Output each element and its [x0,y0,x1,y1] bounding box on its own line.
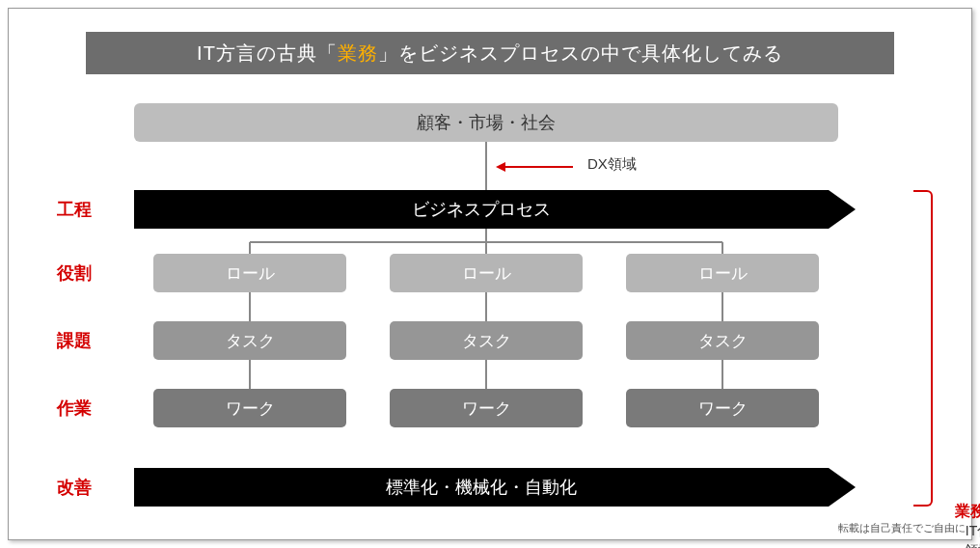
row-label-role: 役割 [57,261,115,285]
role-cell: ロール [153,254,346,292]
svg-marker-13 [496,162,505,172]
work-cell: ワーク [390,389,583,427]
top-box-customer: 顧客・市場・社会 [134,103,838,142]
bracket: 業務？ IT化 領域 [913,190,933,507]
bracket-sub2: 領域 [944,541,980,548]
row-label-task: 課題 [57,329,115,352]
process-arrow: ビジネスプロセス [134,190,856,229]
top-box-text: 顧客・市場・社会 [417,111,556,134]
task-cell: タスク [390,321,583,360]
dx-label: DX領域 [587,155,637,174]
improve-text: 標準化・機械化・自動化 [134,468,829,507]
arrow-left-icon [496,161,573,173]
task-cell: タスク [626,321,819,360]
diagram-frame: IT方言の古典「業務」をビジネスプロセスの中で具体化してみる 顧客・市場・社会 … [8,8,972,540]
row-label-work: 作業 [57,397,115,420]
bracket-question: 業務？ [944,501,980,522]
dx-arrow [496,161,579,173]
role-cell: ロール [626,254,819,292]
process-text: ビジネスプロセス [134,190,829,229]
work-cell: ワーク [626,389,819,427]
arrow-head-icon [829,190,856,229]
work-row: ワーク ワーク ワーク [153,389,819,427]
task-row: タスク タスク タスク [153,321,819,360]
arrow-head-icon [829,468,856,507]
role-cell: ロール [390,254,583,292]
task-cell: タスク [153,321,346,360]
role-row: ロール ロール ロール [153,254,819,292]
footnote: 転載は自己責任でご自由に [838,521,966,535]
improve-arrow: 標準化・機械化・自動化 [134,468,856,507]
work-cell: ワーク [153,389,346,427]
row-label-improve: 改善 [57,476,115,499]
grid: ロール ロール ロール タスク タスク タスク ワーク ワーク ワーク [153,254,819,427]
row-label-process: 工程 [57,198,115,221]
